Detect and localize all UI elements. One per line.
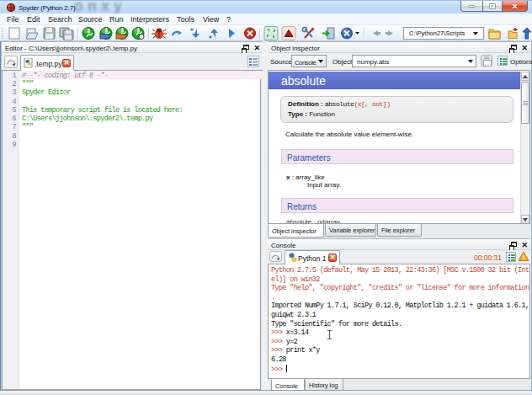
svg-text:C:\Python27\Scripts: C:\Python27\Scripts xyxy=(409,29,466,37)
